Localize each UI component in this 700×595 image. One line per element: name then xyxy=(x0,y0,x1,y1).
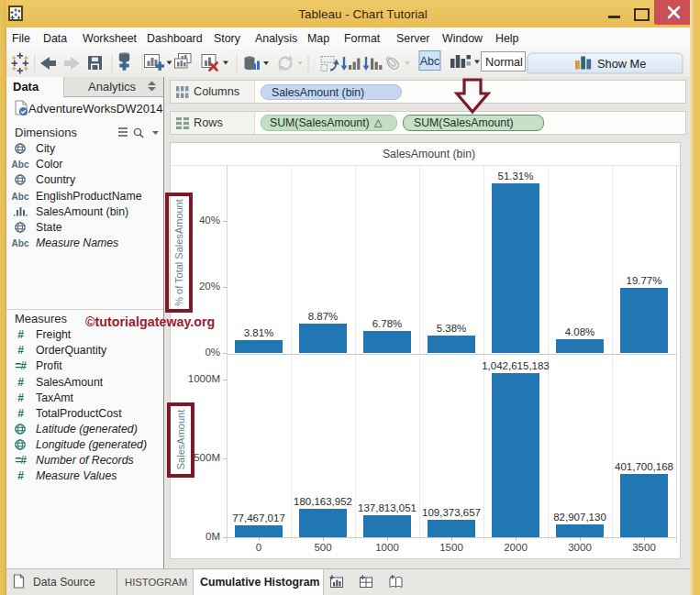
svg-text:Show Me: Show Me xyxy=(597,57,646,71)
svg-text:Abc: Abc xyxy=(420,55,440,68)
svg-text:Normal: Normal xyxy=(485,56,523,69)
